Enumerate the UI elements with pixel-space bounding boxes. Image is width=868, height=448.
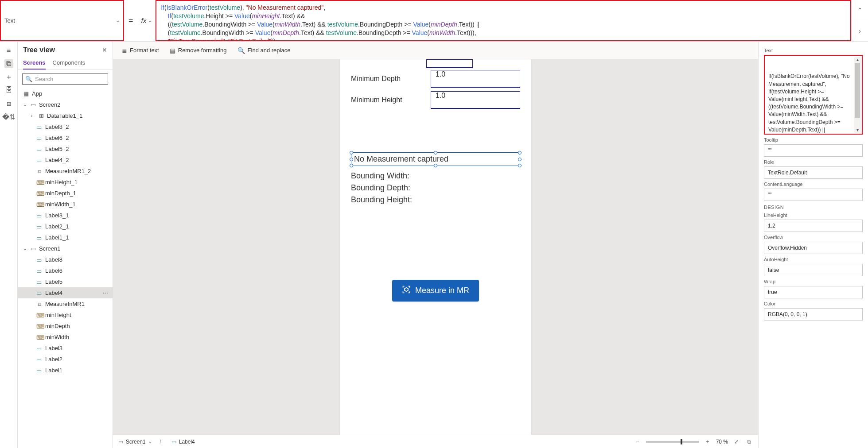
tree-item[interactable]: ▭Label3	[18, 343, 113, 354]
data-icon[interactable]: 🗄	[4, 86, 13, 95]
hamburger-icon[interactable]: ≡	[4, 46, 13, 55]
chevron-icon[interactable]: ›	[31, 113, 35, 118]
zoom-out-button[interactable]: −	[634, 438, 642, 446]
tree-item[interactable]: ▭Label6	[18, 265, 113, 276]
more-icon[interactable]: ⋯	[102, 290, 109, 296]
add-icon[interactable]: ＋	[4, 73, 13, 81]
tree-item[interactable]: ⌄▭Screen2	[18, 99, 113, 110]
tree-item[interactable]: ⧈MeasureInMR1_2	[18, 166, 113, 177]
prop-autoheight-label: AutoHeight	[764, 257, 863, 262]
resize-handle[interactable]	[518, 151, 522, 154]
fit-screen-button[interactable]: ⤢	[732, 438, 740, 446]
tree-item[interactable]: ▭Label4⋯	[18, 287, 113, 298]
formula-expand-button[interactable]: ›	[852, 21, 868, 42]
scroll-up-icon[interactable]: ▴	[854, 57, 861, 63]
prop-text-input[interactable]: If(IsBlankOrError(testVolume), "No Measu…	[764, 55, 863, 135]
tree-item[interactable]: ⌨minHeight	[18, 309, 113, 321]
measure-btn-label: Measure in MR	[415, 286, 469, 295]
search-placeholder: Search	[35, 76, 53, 82]
breadcrumb-control[interactable]: ▭ Label4	[171, 439, 195, 445]
prop-color-input[interactable]: RGBA(0, 0, 0, 1)	[764, 308, 863, 321]
tree-item-label: Label1	[45, 367, 62, 374]
search-input[interactable]: 🔍 Search	[22, 73, 108, 85]
close-icon[interactable]: ✕	[102, 46, 107, 54]
tree-item[interactable]: ›⊞DataTable1_1	[18, 110, 113, 121]
tree-item[interactable]: ▭Label3_1	[18, 210, 113, 221]
formula-collapse-button[interactable]: ⌃	[852, 0, 868, 21]
tree-item-label: Label1_1	[45, 234, 69, 241]
tree-item[interactable]: ⌨minDepth_1	[18, 188, 113, 199]
tree-item[interactable]: ▭Label2	[18, 354, 113, 365]
top-input-fragment	[426, 59, 473, 68]
tree-item-label: Label6_2	[45, 135, 69, 141]
chevron-icon[interactable]: ⌄	[23, 246, 27, 251]
chevron-icon[interactable]: ⌄	[23, 102, 27, 107]
fx-button[interactable]: fx ⌄	[138, 0, 156, 41]
tree-item[interactable]: ▭Label5_2	[18, 143, 113, 154]
prop-lineheight-input[interactable]: 1.2	[764, 220, 863, 232]
tab-components[interactable]: Components	[53, 56, 86, 70]
measure-in-mr-button[interactable]: Measure in MR	[392, 280, 479, 301]
min-height-input[interactable]: 1.0	[431, 91, 520, 109]
label-icon: ▭	[36, 146, 43, 152]
screen-icon: ▭	[118, 439, 123, 445]
remove-formatting-button[interactable]: ▤Remove formatting	[170, 47, 227, 54]
resize-handle[interactable]	[518, 164, 522, 167]
prop-lang-input[interactable]: ""	[764, 189, 863, 201]
format-text-button[interactable]: ≣Format text	[122, 47, 159, 54]
resize-handle[interactable]	[350, 158, 353, 161]
breadcrumb-screen[interactable]: ▭ Screen1 ⌄	[118, 439, 152, 445]
tree-view-icon[interactable]: ⧉	[4, 59, 13, 68]
prop-wrap-input[interactable]: true	[764, 286, 863, 298]
zoom-value: 70 %	[716, 439, 728, 445]
tree-item[interactable]: ▭Label8	[18, 254, 113, 265]
prop-tooltip-input[interactable]: ""	[764, 144, 863, 157]
slider-thumb[interactable]	[681, 439, 682, 444]
advanced-icon[interactable]: �⇅	[4, 112, 13, 121]
cube-scan-icon	[402, 285, 411, 296]
tree-item[interactable]: ▭Label4_2	[18, 154, 113, 166]
tree-item[interactable]: ⌨minDepth	[18, 321, 113, 332]
tree-item-label: minHeight_1	[45, 179, 78, 185]
tree-item[interactable]: ▭Label8_2	[18, 121, 113, 132]
resize-handle[interactable]	[434, 151, 437, 154]
tree-item[interactable]: ▭Label5	[18, 276, 113, 287]
chevron-up-icon: ⌃	[857, 7, 863, 14]
zoom-in-button[interactable]: ＋	[704, 438, 712, 446]
find-replace-button[interactable]: 🔍Find and replace	[237, 47, 291, 54]
tree-item-app[interactable]: ▦ App	[18, 88, 113, 99]
prop-tooltip-label: Tooltip	[764, 137, 863, 143]
tree-item[interactable]: ▭Label1	[18, 365, 113, 376]
popout-button[interactable]: ⧉	[745, 438, 753, 446]
zoom-slider[interactable]	[646, 441, 699, 443]
prop-autoheight-input[interactable]: false	[764, 264, 863, 276]
prop-overflow-input[interactable]: Overflow.Hidden	[764, 242, 863, 254]
resize-handle[interactable]	[350, 164, 353, 167]
canvas[interactable]: Minimum Depth 1.0 Minimum Height 1.0 No …	[113, 59, 758, 435]
prop-role-input[interactable]: TextRole.Default	[764, 166, 863, 179]
scroll-thumb[interactable]	[855, 63, 860, 118]
tree-item[interactable]: ⧈MeasureInMR1	[18, 298, 113, 309]
scrollbar[interactable]: ▴ ▾	[854, 57, 861, 133]
tree-item[interactable]: ⌨minHeight_1	[18, 177, 113, 188]
resize-handle[interactable]	[518, 158, 522, 161]
tree-item[interactable]: ▭Label6_2	[18, 132, 113, 143]
tab-screens[interactable]: Screens	[23, 56, 46, 70]
media-icon[interactable]: ⧈	[4, 99, 13, 108]
resize-handle[interactable]	[434, 164, 437, 167]
tree-item[interactable]: ▭Label1_1	[18, 232, 113, 243]
remove-format-icon: ▤	[170, 47, 175, 54]
resize-handle[interactable]	[350, 151, 353, 154]
min-depth-input[interactable]: 1.0	[431, 70, 520, 88]
chevron-down-icon: ⌄	[148, 439, 152, 444]
tree-item-label: Screen2	[39, 101, 60, 108]
property-selector[interactable]: Text ⌄	[0, 0, 124, 41]
tree-item[interactable]: ⌨minWidth_1	[18, 199, 113, 210]
tree-item[interactable]: ▭Label2_1	[18, 221, 113, 232]
tree-item[interactable]: ⌨minWidth	[18, 332, 113, 343]
table-icon: ⊞	[38, 113, 44, 119]
formula-bar[interactable]: If(IsBlankOrError(testVolume), "No Measu…	[156, 0, 851, 41]
scroll-down-icon[interactable]: ▾	[854, 127, 861, 133]
tree-item[interactable]: ⌄▭Screen1	[18, 243, 113, 254]
selected-label-control[interactable]: No Measurement captured	[351, 152, 520, 166]
